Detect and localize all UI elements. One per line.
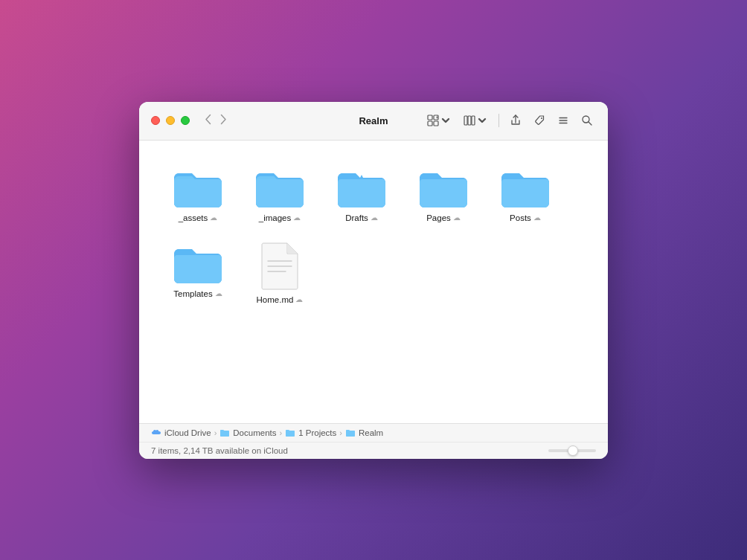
- breadcrumb-sep-1: ›: [214, 428, 217, 437]
- icloud-badge: ☁: [215, 289, 222, 297]
- file-label-templates: Templates ☁: [173, 289, 222, 298]
- statusbar: iCloud Drive › Documents › 1 Projects ›: [139, 423, 608, 459]
- svg-rect-6: [472, 116, 475, 125]
- status-text: 7 items, 2,14 TB available on iCloud: [151, 446, 288, 455]
- svg-rect-0: [428, 115, 432, 120]
- back-button[interactable]: [202, 112, 214, 129]
- grid-view-button[interactable]: [424, 112, 455, 129]
- svg-rect-3: [434, 121, 438, 126]
- status-info: 7 items, 2,14 TB available on iCloud: [139, 442, 608, 459]
- toolbar-right: [424, 112, 596, 129]
- svg-point-7: [541, 118, 542, 119]
- folder-icon-pages: [417, 164, 470, 209]
- search-button[interactable]: [578, 112, 596, 129]
- finder-window: Realm: [139, 102, 608, 459]
- svg-rect-4: [464, 116, 467, 125]
- breadcrumb-documents[interactable]: Documents: [219, 428, 276, 437]
- file-label-assets: _assets ☁: [179, 213, 218, 222]
- size-slider[interactable]: [548, 449, 596, 452]
- nav-buttons: [202, 112, 230, 129]
- breadcrumb-bar: iCloud Drive › Documents › 1 Projects ›: [139, 424, 608, 442]
- svg-rect-2: [428, 121, 432, 126]
- icloud-badge: ☁: [453, 213, 461, 222]
- folder-icon-drafts: [335, 164, 388, 209]
- file-item-templates[interactable]: Templates ☁: [157, 231, 239, 313]
- file-label-pages: Pages ☁: [426, 213, 461, 222]
- file-label-posts: Posts ☁: [510, 213, 541, 222]
- share-button[interactable]: [507, 112, 525, 129]
- file-browser-content: _assets ☁ _images ☁: [139, 141, 608, 423]
- folder-icon-assets: [171, 164, 225, 209]
- breadcrumb-sep-2: ›: [279, 428, 282, 437]
- file-icon-homemd: [259, 240, 301, 291]
- folder-icon-posts: [498, 164, 552, 209]
- file-label-images: _images ☁: [259, 213, 301, 222]
- icloud-badge: ☁: [533, 213, 541, 222]
- file-item-assets[interactable]: _assets ☁: [157, 155, 239, 231]
- toolbar-divider: [498, 114, 499, 127]
- breadcrumb-realm[interactable]: Realm: [345, 428, 383, 437]
- folder-icon-templates: [171, 240, 225, 285]
- breadcrumb-projects[interactable]: 1 Projects: [285, 428, 336, 437]
- maximize-button[interactable]: [181, 116, 190, 125]
- breadcrumb-sep-3: ›: [339, 428, 342, 437]
- file-item-drafts[interactable]: Drafts ☁: [321, 155, 403, 231]
- forward-button[interactable]: [217, 112, 230, 129]
- column-view-button[interactable]: [461, 112, 491, 129]
- file-item-images[interactable]: _images ☁: [239, 155, 321, 231]
- window-title: Realm: [359, 115, 388, 126]
- breadcrumb-icloud[interactable]: iCloud Drive: [151, 428, 211, 437]
- file-item-pages[interactable]: Pages ☁: [403, 155, 484, 231]
- file-item-homemd[interactable]: Home.md ☁: [239, 231, 321, 313]
- minimize-button[interactable]: [166, 116, 175, 125]
- traffic-lights: [151, 116, 190, 125]
- tag-button[interactable]: [530, 112, 548, 129]
- file-label-drafts: Drafts ☁: [345, 213, 378, 222]
- titlebar: Realm: [139, 102, 608, 141]
- svg-rect-5: [468, 116, 471, 125]
- icloud-badge: ☁: [293, 213, 301, 222]
- file-label-homemd: Home.md ☁: [257, 295, 304, 304]
- icloud-badge: ☁: [210, 213, 217, 222]
- slider-thumb[interactable]: [568, 445, 578, 456]
- icloud-badge: ☁: [371, 213, 378, 222]
- file-grid: _assets ☁ _images ☁: [157, 155, 590, 313]
- close-button[interactable]: [151, 116, 160, 125]
- more-button[interactable]: [554, 112, 572, 129]
- folder-icon-images: [253, 164, 307, 209]
- icloud-badge: ☁: [295, 295, 303, 303]
- file-item-posts[interactable]: Posts ☁: [484, 155, 566, 231]
- slider-track[interactable]: [548, 449, 596, 452]
